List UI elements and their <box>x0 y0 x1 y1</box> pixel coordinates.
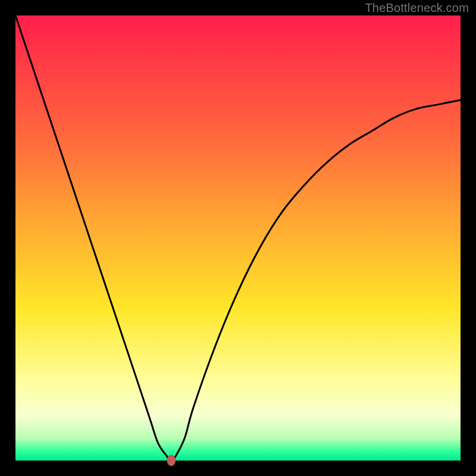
minimum-marker <box>167 455 176 466</box>
plot-area <box>15 15 461 461</box>
chart-frame: TheBottleneck.com <box>0 0 476 476</box>
watermark-text: TheBottleneck.com <box>365 1 469 15</box>
bottleneck-curve-svg <box>15 15 461 461</box>
bottleneck-curve-path <box>15 15 461 461</box>
